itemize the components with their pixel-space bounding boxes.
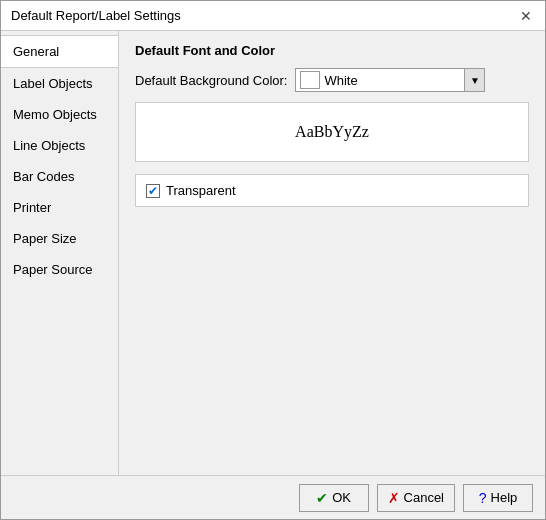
preview-text: AaBbYyZz <box>295 123 369 141</box>
dialog-body: General Label Objects Memo Objects Line … <box>1 31 545 475</box>
help-button[interactable]: ? Help <box>463 484 533 512</box>
bg-color-label: Default Background Color: <box>135 73 287 88</box>
dialog-title: Default Report/Label Settings <box>11 8 181 23</box>
title-bar: Default Report/Label Settings ✕ <box>1 1 545 31</box>
sidebar-item-general[interactable]: General <box>1 35 118 68</box>
sidebar-item-bar-codes[interactable]: Bar Codes <box>1 161 118 192</box>
cancel-label: Cancel <box>404 490 444 505</box>
sidebar-item-memo-objects[interactable]: Memo Objects <box>1 99 118 130</box>
sidebar-item-line-objects[interactable]: Line Objects <box>1 130 118 161</box>
color-select-value: White <box>324 73 464 88</box>
sidebar-item-label-objects[interactable]: Label Objects <box>1 68 118 99</box>
help-label: Help <box>491 490 518 505</box>
footer: ✔ OK ✗ Cancel ? Help <box>1 475 545 519</box>
transparent-row[interactable]: ✔ Transparent <box>135 174 529 207</box>
ok-button[interactable]: ✔ OK <box>299 484 369 512</box>
bg-color-select[interactable]: White ▼ <box>295 68 485 92</box>
bg-color-row: Default Background Color: White ▼ <box>135 68 529 92</box>
checkbox-check-icon: ✔ <box>148 185 158 197</box>
ok-label: OK <box>332 490 351 505</box>
sidebar-item-paper-source[interactable]: Paper Source <box>1 254 118 285</box>
dialog-window: Default Report/Label Settings ✕ General … <box>0 0 546 520</box>
help-q-icon: ? <box>479 490 487 506</box>
close-icon: ✕ <box>520 8 532 24</box>
font-preview-box: AaBbYyZz <box>135 102 529 162</box>
section-title: Default Font and Color <box>135 43 529 58</box>
dropdown-arrow-icon[interactable]: ▼ <box>464 69 484 91</box>
transparent-checkbox[interactable]: ✔ <box>146 184 160 198</box>
cancel-button[interactable]: ✗ Cancel <box>377 484 455 512</box>
main-panel: Default Font and Color Default Backgroun… <box>119 31 545 475</box>
cancel-x-icon: ✗ <box>388 490 400 506</box>
color-swatch <box>300 71 320 89</box>
sidebar: General Label Objects Memo Objects Line … <box>1 31 119 475</box>
transparent-label: Transparent <box>166 183 236 198</box>
sidebar-item-printer[interactable]: Printer <box>1 192 118 223</box>
ok-check-icon: ✔ <box>316 490 328 506</box>
sidebar-item-paper-size[interactable]: Paper Size <box>1 223 118 254</box>
close-button[interactable]: ✕ <box>517 7 535 25</box>
